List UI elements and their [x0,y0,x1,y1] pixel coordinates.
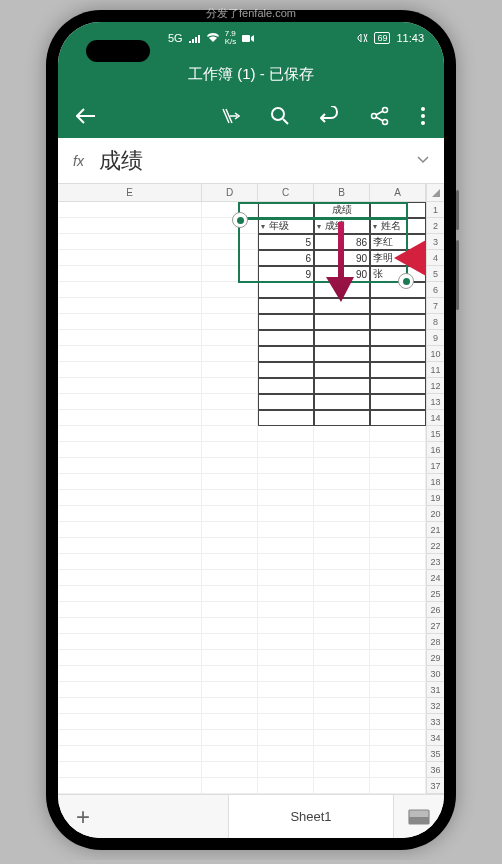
cell[interactable] [58,666,202,682]
cell[interactable] [258,586,314,602]
cell[interactable] [202,362,258,378]
cell[interactable] [370,634,426,650]
cell[interactable] [258,538,314,554]
cell[interactable] [258,650,314,666]
cell[interactable] [370,442,426,458]
cell[interactable] [202,618,258,634]
cell[interactable] [258,554,314,570]
row-header[interactable]: 1 [427,202,444,218]
row-header[interactable]: 11 [427,362,444,378]
cell[interactable]: ▾年级 [258,218,314,234]
cell[interactable] [202,410,258,426]
cell[interactable] [258,442,314,458]
cell[interactable] [314,442,370,458]
cell[interactable] [370,602,426,618]
row-header[interactable]: 8 [427,314,444,330]
cell[interactable] [370,202,426,218]
cell[interactable] [202,746,258,762]
cell[interactable] [58,650,202,666]
cell[interactable] [314,570,370,586]
row-header[interactable]: 16 [427,442,444,458]
cell[interactable] [258,298,314,314]
cell[interactable] [58,730,202,746]
cell[interactable] [370,778,426,794]
cell[interactable] [58,298,202,314]
cell[interactable] [202,762,258,778]
cell[interactable] [202,426,258,442]
cell[interactable] [258,522,314,538]
row-header[interactable]: 6 [427,282,444,298]
cell[interactable] [370,298,426,314]
cell[interactable] [58,682,202,698]
cell[interactable]: ▾姓名 [370,218,426,234]
cell[interactable] [258,682,314,698]
cell[interactable] [202,458,258,474]
cell[interactable] [258,458,314,474]
cell[interactable] [58,762,202,778]
cell[interactable] [202,778,258,794]
row-header[interactable]: 7 [427,298,444,314]
cell[interactable] [314,346,370,362]
cell[interactable] [58,618,202,634]
cell[interactable] [58,378,202,394]
cell[interactable]: ▾成绩 [314,218,370,234]
cell[interactable] [314,762,370,778]
cell[interactable] [202,506,258,522]
cell[interactable] [314,586,370,602]
cell[interactable] [202,298,258,314]
cell[interactable] [370,554,426,570]
cell[interactable] [370,666,426,682]
cell[interactable] [58,602,202,618]
cell[interactable] [58,218,202,234]
row-header[interactable]: 32 [427,698,444,714]
cell[interactable] [58,586,202,602]
cell[interactable] [314,682,370,698]
cell[interactable] [314,522,370,538]
cell[interactable] [58,202,202,218]
cell[interactable] [314,410,370,426]
cell[interactable] [202,442,258,458]
cell[interactable] [202,730,258,746]
cell[interactable] [258,202,314,218]
cell[interactable] [370,682,426,698]
row-header[interactable]: 29 [427,650,444,666]
cell[interactable] [314,458,370,474]
cell[interactable] [202,202,258,218]
cell[interactable] [58,538,202,554]
cell[interactable] [314,298,370,314]
cell[interactable] [202,490,258,506]
row-header[interactable]: 23 [427,554,444,570]
cell[interactable] [314,426,370,442]
cell[interactable] [314,490,370,506]
cell[interactable] [202,538,258,554]
cell[interactable] [202,330,258,346]
cell[interactable] [258,778,314,794]
cell[interactable]: 张 [370,266,426,282]
cell[interactable] [58,474,202,490]
cell[interactable] [58,314,202,330]
formula-bar[interactable]: fx 成绩 [58,138,444,184]
cell[interactable] [58,330,202,346]
cell[interactable] [314,378,370,394]
row-header[interactable]: 37 [427,778,444,794]
cell[interactable] [314,538,370,554]
cell[interactable] [370,330,426,346]
cell[interactable] [258,282,314,298]
row-header[interactable]: 3 [427,234,444,250]
cell[interactable] [258,378,314,394]
col-header[interactable]: A [370,184,426,201]
cell[interactable] [370,538,426,554]
cell[interactable] [58,490,202,506]
cell[interactable] [314,506,370,522]
row-header[interactable]: 35 [427,746,444,762]
cell[interactable] [58,554,202,570]
sheet-tab[interactable]: Sheet1 [228,795,394,838]
cell[interactable] [370,394,426,410]
cell[interactable] [202,282,258,298]
formula-value[interactable]: 成绩 [99,146,402,176]
cell[interactable] [58,714,202,730]
cell[interactable] [202,650,258,666]
cell[interactable] [258,410,314,426]
row-header[interactable]: 33 [427,714,444,730]
cell[interactable]: 李红 [370,234,426,250]
